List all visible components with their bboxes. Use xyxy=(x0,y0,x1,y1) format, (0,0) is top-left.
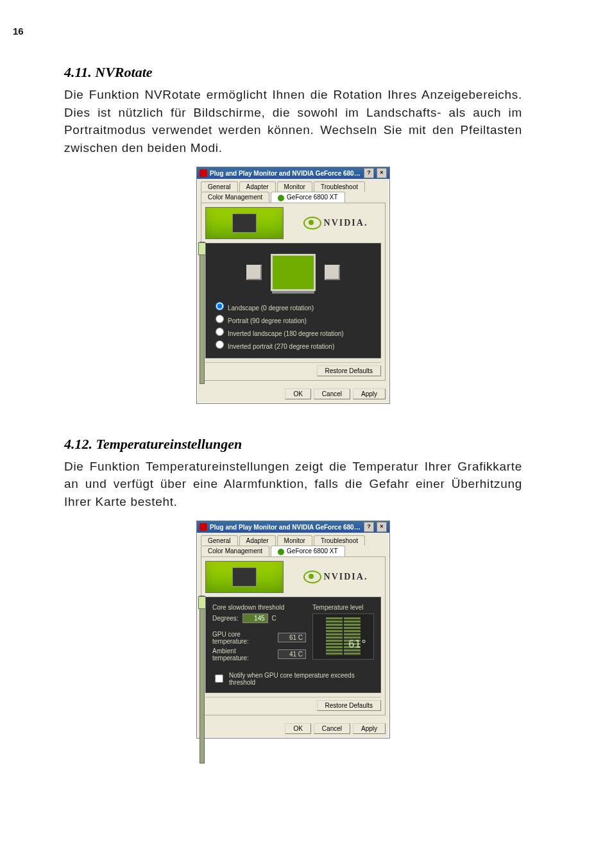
dialog-title-text: Plug and Play Monitor and NVIDIA GeForce… xyxy=(210,170,361,177)
dialog-titlebar: Plug and Play Monitor and NVIDIA GeForce… xyxy=(197,167,389,179)
tab-geforce-6800xt[interactable]: GeForce 6800 XT xyxy=(271,192,344,202)
tab-adapter[interactable]: Adapter xyxy=(239,181,276,192)
tab-color-management[interactable]: Color Management xyxy=(201,546,269,556)
radio-portrait-label: Portrait (90 degree rotation) xyxy=(228,317,307,324)
degrees-label: Degrees: xyxy=(212,615,239,622)
radio-landscape[interactable]: Landscape (0 degree rotation) xyxy=(212,300,374,312)
dialog-title-text: Plug and Play Monitor and NVIDIA GeForce… xyxy=(210,524,361,531)
slider-thumb[interactable] xyxy=(198,242,206,255)
nvidia-logo: NVIDIA. xyxy=(290,571,381,583)
tab-geforce-label: GeForce 6800 XT xyxy=(287,194,337,201)
nvrotate-panel: NVIDIA. ↶ ↷ Landscape (0 degree rotation… xyxy=(201,203,386,381)
temperature-bargraph-icon xyxy=(344,617,361,656)
tab-geforce-label: GeForce 6800 XT xyxy=(287,547,337,555)
heading-temperature: 4.12. Temperatureinstellungen xyxy=(64,436,522,453)
ambient-temp-value: 41 C xyxy=(278,649,306,659)
rotate-right-button[interactable]: ↷ xyxy=(325,265,340,280)
degrees-unit: C xyxy=(272,615,276,622)
restore-defaults-button[interactable]: Restore Defaults xyxy=(317,700,381,711)
radio-landscape-input[interactable] xyxy=(216,302,224,310)
radio-inv-portrait-input[interactable] xyxy=(216,340,224,349)
gpu-temp-value: 61 C xyxy=(278,633,306,642)
nvidia-logo: NVIDIA. xyxy=(290,217,381,230)
notify-threshold-checkbox[interactable] xyxy=(215,674,223,683)
tab-general[interactable]: General xyxy=(201,535,238,546)
slider-thumb[interactable] xyxy=(198,596,206,609)
radio-landscape-label: Landscape (0 degree rotation) xyxy=(228,305,314,312)
nvidia-eye-icon xyxy=(303,217,321,230)
nvidia-logo-text: NVIDIA. xyxy=(324,218,368,228)
apply-button[interactable]: Apply xyxy=(353,388,386,399)
nvrotate-dialog: Plug and Play Monitor and NVIDIA GeForce… xyxy=(196,167,390,403)
rotate-left-button[interactable]: ↶ xyxy=(246,265,262,280)
radio-inv-landscape[interactable]: Inverted landscape (180 degree rotation) xyxy=(212,326,374,337)
close-button[interactable]: × xyxy=(377,522,387,532)
body-temperature: Die Funktion Temperatureinstellungen zei… xyxy=(64,458,522,511)
nvidia-logo-text: NVIDIA. xyxy=(324,572,368,582)
app-icon xyxy=(200,169,207,177)
radio-inv-landscape-label: Inverted landscape (180 degree rotation) xyxy=(228,330,344,337)
tab-geforce-6800xt[interactable]: GeForce 6800 XT xyxy=(271,546,344,556)
dialog-titlebar: Plug and Play Monitor and NVIDIA GeForce… xyxy=(197,521,389,533)
heading-nvrotate: 4.11. NVRotate xyxy=(64,64,522,81)
rotation-preview-monitor-icon xyxy=(271,254,316,291)
ok-button[interactable]: OK xyxy=(285,388,310,399)
notify-threshold-label: Notify when GPU core temperature exceeds… xyxy=(229,672,374,686)
temperature-level-label: Temperature level xyxy=(312,604,374,611)
radio-inv-landscape-input[interactable] xyxy=(216,328,224,336)
radio-inv-portrait[interactable]: Inverted portrait (270 degree rotation) xyxy=(212,338,374,350)
nvidia-eye-icon xyxy=(303,571,321,583)
app-icon xyxy=(200,523,207,531)
body-nvrotate: Die Funktion NVRotate ermöglicht Ihnen d… xyxy=(64,86,522,156)
cancel-button[interactable]: Cancel xyxy=(314,388,350,399)
card-thumbnail-image xyxy=(205,207,284,239)
nvidia-tab-icon xyxy=(278,195,284,201)
temperature-big-value: 61° xyxy=(348,638,367,650)
gpu-temp-label: GPU core temperature: xyxy=(212,631,274,645)
nvidia-tab-icon xyxy=(278,549,284,555)
radio-portrait-input[interactable] xyxy=(216,315,224,323)
temperature-dark-area: Core slowdown threshold Degrees: 145 C G… xyxy=(205,597,381,693)
tab-general[interactable]: General xyxy=(201,181,238,192)
tab-monitor[interactable]: Monitor xyxy=(277,181,312,192)
tab-adapter[interactable]: Adapter xyxy=(239,535,276,546)
help-button[interactable]: ? xyxy=(364,168,374,178)
nvrotate-dark-area: ↶ ↷ Landscape (0 degree rotation) Portra… xyxy=(205,243,381,358)
category-slider[interactable] xyxy=(200,242,205,384)
radio-portrait[interactable]: Portrait (90 degree rotation) xyxy=(212,313,374,324)
ambient-temp-label: Ambient temperature: xyxy=(212,647,274,662)
help-button[interactable]: ? xyxy=(364,522,374,532)
tab-color-management[interactable]: Color Management xyxy=(201,192,269,202)
page-number: 16 xyxy=(13,26,24,37)
cancel-button[interactable]: Cancel xyxy=(314,723,350,734)
core-slowdown-threshold-label: Core slowdown threshold xyxy=(212,604,306,611)
apply-button[interactable]: Apply xyxy=(353,723,386,734)
tab-troubleshoot[interactable]: Troubleshoot xyxy=(314,181,365,192)
restore-defaults-button[interactable]: Restore Defaults xyxy=(317,365,381,376)
temperature-dialog: Plug and Play Monitor and NVIDIA GeForce… xyxy=(196,521,390,738)
ok-button[interactable]: OK xyxy=(285,723,310,734)
rotation-options: Landscape (0 degree rotation) Portrait (… xyxy=(212,300,374,350)
close-button[interactable]: × xyxy=(377,168,387,178)
temperature-bargraph-icon xyxy=(326,617,343,656)
degrees-input[interactable]: 145 xyxy=(242,613,268,623)
temperature-level-display: 61° xyxy=(312,613,374,660)
radio-inv-portrait-label: Inverted portrait (270 degree rotation) xyxy=(228,343,334,350)
category-slider[interactable] xyxy=(200,596,205,764)
card-thumbnail-image xyxy=(205,561,284,593)
tab-monitor[interactable]: Monitor xyxy=(277,535,312,546)
tab-troubleshoot[interactable]: Troubleshoot xyxy=(314,535,365,546)
temperature-panel: NVIDIA. Core slowdown threshold Degrees:… xyxy=(201,556,386,715)
